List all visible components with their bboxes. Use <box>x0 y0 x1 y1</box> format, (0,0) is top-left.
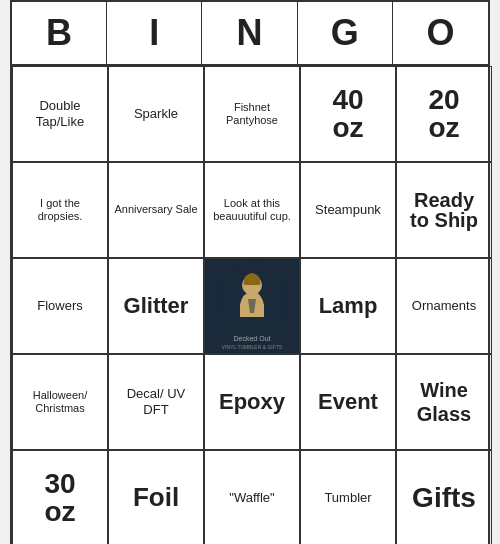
logo-svg <box>222 267 282 327</box>
cell-20-text: 30oz <box>44 470 75 526</box>
bingo-grid: Double Tap/Like Sparkle Fishnet Pantyhos… <box>12 66 488 544</box>
cell-17[interactable]: Epoxy <box>204 354 300 450</box>
cell-21-text: Foil <box>133 482 179 513</box>
cell-11-text: Glitter <box>124 293 189 319</box>
cell-13[interactable]: Lamp <box>300 258 396 354</box>
bingo-header: B I N G O <box>12 2 488 66</box>
cell-16[interactable]: Decal/ UV DFT <box>108 354 204 450</box>
cell-19-text: WineGlass <box>417 378 471 426</box>
bingo-card: B I N G O Double Tap/Like Sparkle Fishne… <box>10 0 490 544</box>
logo-container: Decked Out VINYL TUMBLER & GIFTS <box>217 262 287 349</box>
header-i: I <box>107 2 202 64</box>
cell-8[interactable]: Steampunk <box>300 162 396 258</box>
brand-name: Decked Out <box>234 334 271 343</box>
cell-15[interactable]: Halloween/ Christmas <box>12 354 108 450</box>
cell-4-text: 20oz <box>428 86 459 142</box>
header-o: O <box>393 2 488 64</box>
cell-1[interactable]: Sparkle <box>108 66 204 162</box>
cell-22[interactable]: "Waffle" <box>204 450 300 544</box>
cell-6[interactable]: Anniversary Sale <box>108 162 204 258</box>
cell-14[interactable]: Ornaments <box>396 258 492 354</box>
cell-21[interactable]: Foil <box>108 450 204 544</box>
cell-19[interactable]: WineGlass <box>396 354 492 450</box>
header-n: N <box>202 2 297 64</box>
cell-17-text: Epoxy <box>219 389 285 415</box>
cell-0[interactable]: Double Tap/Like <box>12 66 108 162</box>
cell-18-text: Event <box>318 389 378 415</box>
cell-11[interactable]: Glitter <box>108 258 204 354</box>
cell-9[interactable]: Readyto Ship <box>396 162 492 258</box>
cell-4[interactable]: 20oz <box>396 66 492 162</box>
cell-13-text: Lamp <box>319 293 378 319</box>
cell-logo[interactable]: Decked Out VINYL TUMBLER & GIFTS <box>204 258 300 354</box>
cell-24-text: Gifts <box>412 481 476 515</box>
logo-circle <box>217 262 287 332</box>
cell-10[interactable]: Flowers <box>12 258 108 354</box>
cell-2[interactable]: Fishnet Pantyhose <box>204 66 300 162</box>
cell-18[interactable]: Event <box>300 354 396 450</box>
cell-5[interactable]: I got the dropsies. <box>12 162 108 258</box>
cell-24[interactable]: Gifts <box>396 450 492 544</box>
cell-9-text: Readyto Ship <box>410 190 478 230</box>
cell-23[interactable]: Tumbler <box>300 450 396 544</box>
cell-3-text: 40oz <box>332 86 363 142</box>
cell-20[interactable]: 30oz <box>12 450 108 544</box>
header-g: G <box>298 2 393 64</box>
cell-7[interactable]: Look at this beauuutiful cup. <box>204 162 300 258</box>
brand-tagline: VINYL TUMBLER & GIFTS <box>222 344 282 350</box>
header-b: B <box>12 2 107 64</box>
cell-3[interactable]: 40oz <box>300 66 396 162</box>
